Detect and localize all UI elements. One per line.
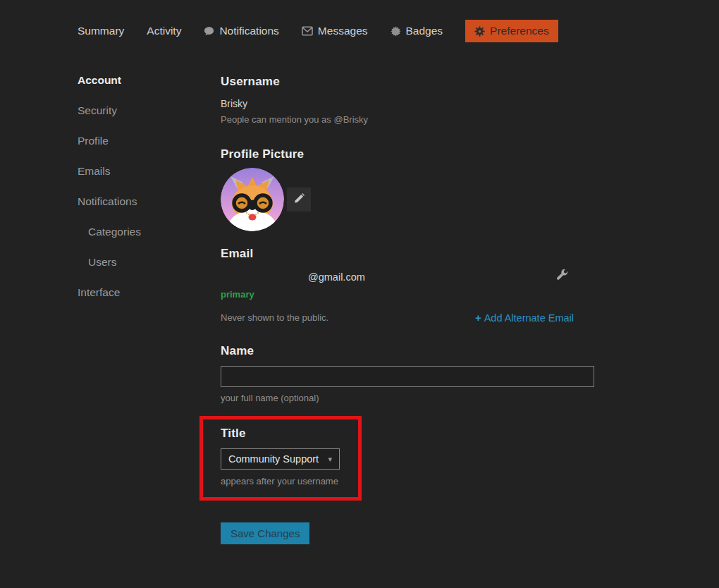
name-hint: your full name (optional) xyxy=(221,393,594,403)
name-heading: Name xyxy=(221,344,594,358)
email-heading: Email xyxy=(221,247,594,261)
sidebar-item-users[interactable]: Users xyxy=(78,256,204,269)
caret-down-icon: ▾ xyxy=(328,455,332,464)
email-section: Email @gmail.com primary Never shown to … xyxy=(221,247,594,324)
sidebar-item-interface[interactable]: Interface xyxy=(78,286,204,299)
email-value: @gmail.com xyxy=(221,271,365,283)
full-name-input[interactable] xyxy=(221,366,594,387)
wrench-icon xyxy=(556,269,569,284)
profile-picture-heading: Profile Picture xyxy=(221,147,594,161)
tab-summary[interactable]: Summary xyxy=(78,20,124,42)
preferences-sidebar: Account Security Profile Emails Notifica… xyxy=(78,74,204,317)
title-dropdown-value: Community Support xyxy=(228,453,319,465)
title-section: Title Community Support ▾ appears after … xyxy=(221,427,594,486)
username-value: Brisky xyxy=(221,98,594,109)
username-hint: People can mention you as @Brisky xyxy=(221,114,594,125)
sidebar-item-account[interactable]: Account xyxy=(78,74,204,87)
title-hint: appears after your username xyxy=(221,476,594,486)
account-preferences-panel: Username Brisky People can mention you a… xyxy=(221,0,594,588)
avatar xyxy=(221,168,284,231)
add-alternate-email-link[interactable]: +Add Alternate Email xyxy=(475,312,574,324)
plus-icon: + xyxy=(475,312,481,324)
pencil-icon xyxy=(293,193,305,207)
add-alternate-email-label: Add Alternate Email xyxy=(484,312,574,324)
sidebar-item-security[interactable]: Security xyxy=(78,104,204,117)
comment-icon xyxy=(204,26,214,37)
sidebar-item-categories[interactable]: Categories xyxy=(78,226,204,238)
sidebar-item-profile[interactable]: Profile xyxy=(78,135,204,147)
title-heading: Title xyxy=(221,427,594,441)
save-changes-button[interactable]: Save Changes xyxy=(221,522,309,544)
sidebar-item-emails[interactable]: Emails xyxy=(78,165,204,178)
title-dropdown[interactable]: Community Support ▾ xyxy=(221,448,340,470)
tab-summary-label: Summary xyxy=(78,25,124,37)
name-section: Name your full name (optional) xyxy=(221,344,594,403)
tab-activity-label: Activity xyxy=(147,25,181,37)
username-heading: Username xyxy=(221,75,594,89)
email-hint: Never shown to the public. xyxy=(221,312,328,323)
profile-picture-section: Profile Picture xyxy=(221,147,594,231)
sidebar-item-notifications[interactable]: Notifications xyxy=(78,195,204,208)
manage-email-button[interactable] xyxy=(556,269,569,284)
tab-activity[interactable]: Activity xyxy=(147,20,181,42)
primary-email-badge: primary xyxy=(221,289,594,300)
edit-avatar-button[interactable] xyxy=(287,188,311,212)
username-section: Username Brisky People can mention you a… xyxy=(221,75,594,125)
